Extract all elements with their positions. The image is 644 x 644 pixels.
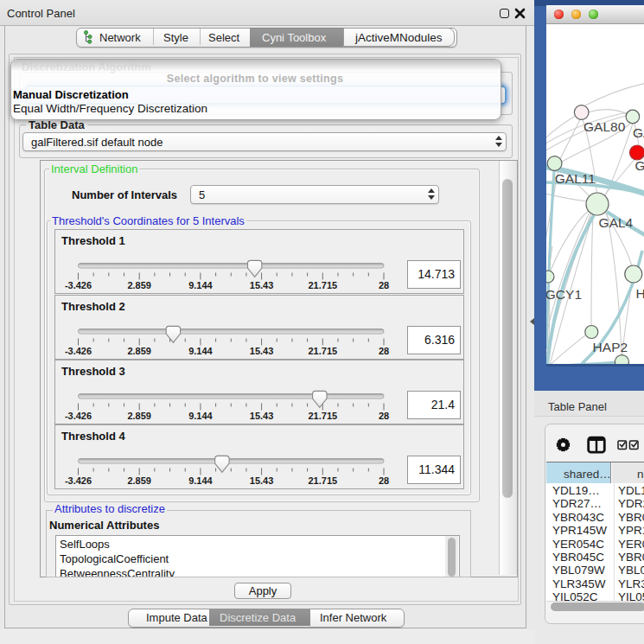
svg-text:GA: GA — [633, 125, 644, 140]
svg-text:H: H — [636, 286, 644, 301]
svg-text:GCY1: GCY1 — [546, 287, 582, 302]
svg-text:G: G — [635, 158, 644, 173]
svg-text:GAL11: GAL11 — [555, 171, 596, 186]
svg-text:HAP2: HAP2 — [593, 340, 628, 354]
svg-text:GAL4: GAL4 — [599, 215, 634, 230]
svg-text:GAL80: GAL80 — [583, 119, 626, 134]
